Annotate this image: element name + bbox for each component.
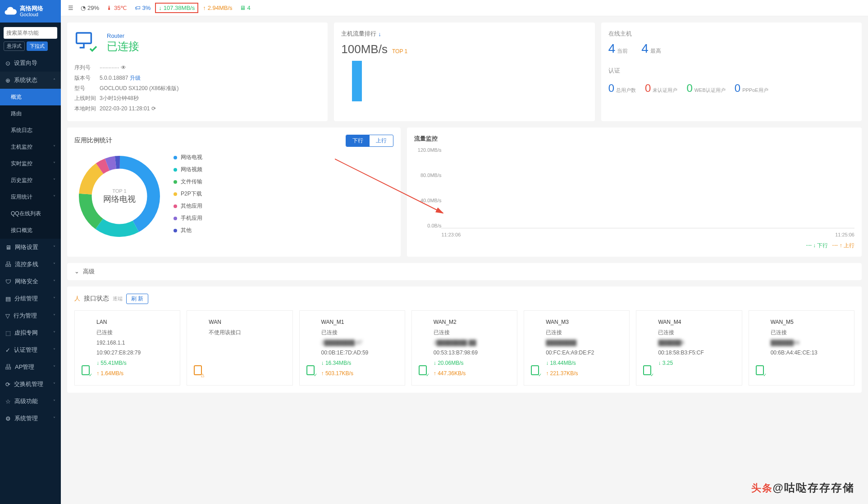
hosts-card: 在线主机 4当前 4最高 认证 0总用户数0未认证用户0WEB认证用户0PPPo… xyxy=(601,23,862,121)
iface-card-WAN_M1[interactable]: ✓ WAN_M1已连接2████████.8700:0B:1E:7D:AD:59… xyxy=(299,310,405,386)
legend-item: P2P下载 xyxy=(174,190,202,198)
menu-system[interactable]: ⚙ 系统管理˅ xyxy=(0,410,61,427)
svg-rect-0 xyxy=(77,33,91,43)
menu-behavior[interactable]: ▽ 行为管理˅ xyxy=(0,307,61,324)
iface-card-LAN[interactable]: ✓ LAN已连接192.168.1.110:90:27:E8:28:79↓ 55… xyxy=(74,310,180,386)
line-chart: 120.0MB/s80.0MB/s40.0MB/s0.0B/s 11:23:06… xyxy=(414,147,854,237)
iface-status-icon: ✓ xyxy=(530,365,541,379)
tab-down[interactable]: 下行 xyxy=(346,135,370,146)
svg-rect-17 xyxy=(531,366,539,375)
auth-item: 0WEB认证用户 xyxy=(686,82,725,95)
router-status-text: 已连接 xyxy=(107,39,139,54)
menu-qq[interactable]: QQ在线列表 xyxy=(0,205,61,222)
refresh-icon[interactable]: ⟳ xyxy=(151,105,156,112)
submenu-status: 概览 路由 系统日志 主机监控˅ 实时监控˅ 历史监控˅ 应用统计˅ QQ在线列… xyxy=(0,89,61,239)
temp-stat: 🌡 35℃ xyxy=(106,5,127,11)
search-input[interactable] xyxy=(4,27,57,39)
svg-rect-13 xyxy=(307,366,314,375)
donut-chart: TOP 1 网络电视 xyxy=(74,151,164,241)
mode-float[interactable]: 悬浮式 xyxy=(4,41,25,51)
iface-status-icon: ✓ xyxy=(306,365,317,379)
mode-dropdown[interactable]: 下拉式 xyxy=(27,41,48,51)
menu-switch[interactable]: ⟳ 交换机管理˅ xyxy=(0,376,61,393)
menu-iface[interactable]: 接口概览 xyxy=(0,222,61,239)
menu-route[interactable]: 路由 xyxy=(0,105,61,122)
chevron-down-icon: ˅ xyxy=(53,195,55,200)
iface-card-WAN_M5[interactable]: ✓ WAN_M5已连接██████8400:6B:A4:4E:CE:13 xyxy=(749,310,854,386)
iface-card-WAN_M4[interactable]: ✓ WAN_M4已连接██████800:18:58:B3:F5:CF↓ 3.2… xyxy=(636,310,742,386)
traffic-value: 100MB/s xyxy=(341,42,388,56)
auth-item: 0未认证用户 xyxy=(645,82,677,95)
eye-icon[interactable]: 👁 xyxy=(121,64,126,71)
auth-title: 认证 xyxy=(608,67,854,75)
legend-item: 手机应用 xyxy=(174,214,202,222)
svg-rect-11 xyxy=(194,366,201,375)
router-card: Router 已连接 序列号············· 👁 版本号5.0.0.1… xyxy=(67,23,328,121)
hamburger-icon[interactable]: ☰ xyxy=(68,5,73,11)
sidebar-menu: ⊙ 设置向导 ⊕ 系统状态˄ 概览 路由 系统日志 主机监控˅ 实时监控˅ 历史… xyxy=(0,54,61,504)
legend-item: 网络电视 xyxy=(174,154,202,161)
direction-tabs: 下行 上行 xyxy=(346,135,393,147)
iface-status-icon: ✓ xyxy=(81,365,92,379)
flow-card: 流量监控 120.0MB/s80.0MB/s40.0MB/s0.0B/s 11:… xyxy=(407,127,862,257)
svg-rect-15 xyxy=(419,366,426,375)
chevron-down-icon: ˅ xyxy=(53,145,55,150)
iface-status-icon: ✓ xyxy=(418,365,429,379)
menu-setup[interactable]: ⊙ 设置向导 xyxy=(0,54,61,72)
menu-status[interactable]: ⊕ 系统状态˄ xyxy=(0,72,61,89)
menu-history[interactable]: 历史监控˅ xyxy=(0,172,61,189)
mode-tabs: 悬浮式 下拉式 xyxy=(0,41,61,54)
menu-security[interactable]: 🛡 网络安全˅ xyxy=(0,273,61,290)
router-label: Router xyxy=(107,32,139,39)
mem-stat: 🏷 3% xyxy=(135,5,151,11)
traffic-bar xyxy=(352,61,362,101)
chevron-down-icon: ˅ xyxy=(53,161,55,166)
legend-item: 网络视频 xyxy=(174,166,202,173)
menu-network[interactable]: 🖥 网络设置˅ xyxy=(0,239,61,256)
menu-group[interactable]: ▤ 分组管理˅ xyxy=(0,290,61,307)
iface-card-WAN_M3[interactable]: ✓ WAN_M3已连接████████00:FC:EA:A9:DE:F2↓ 18… xyxy=(524,310,630,386)
chevron-down-icon: ⌄ xyxy=(74,268,79,275)
menu-advanced[interactable]: ☆ 高级功能˅ xyxy=(0,393,61,410)
svg-text:✓: ✓ xyxy=(538,372,541,377)
upload-stat: ↑ 2.94MB/s xyxy=(203,5,232,11)
network-icon: 人 xyxy=(74,295,80,303)
legend-item: 文件传输 xyxy=(174,178,202,186)
svg-text:✓: ✓ xyxy=(426,372,429,377)
menu-realtime[interactable]: 实时监控˅ xyxy=(0,155,61,172)
advanced-collapse[interactable]: ⌄ 高级 xyxy=(67,263,862,280)
menu-host[interactable]: 主机监控˅ xyxy=(0,139,61,155)
flow-title: 流量监控 xyxy=(414,135,854,143)
menu-overview[interactable]: 概览 xyxy=(0,89,61,105)
svg-text:✓: ✓ xyxy=(89,372,92,377)
topbar: ☰ ◔ 29% 🌡 35℃ 🏷 3% ↓ 107.38MB/s ↑ 2.94MB… xyxy=(61,0,868,16)
menu-ap[interactable]: 品 AP管理˅ xyxy=(0,359,61,376)
chevron-up-icon: ˄ xyxy=(53,78,55,83)
appstats-title: 应用比例统计 xyxy=(74,136,112,145)
iface-status-icon: △ xyxy=(193,365,204,379)
refresh-button[interactable]: 刷 新 xyxy=(126,294,148,304)
auth-item: 0PPPoE用户 xyxy=(735,82,768,95)
flow-legend: ┉ ↓ 下行 ┉ ↑ 上行 xyxy=(414,242,854,250)
menu-auth[interactable]: ✓ 认证管理˅ xyxy=(0,341,61,359)
menu-vpn[interactable]: ⬚ 虚拟专网˅ xyxy=(0,324,61,341)
iface-card-WAN_M2[interactable]: ✓ WAN_M2已连接2████████.██00:53:13:B7:98:69… xyxy=(411,310,517,386)
traffic-top: TOP 1 xyxy=(392,48,407,54)
svg-rect-19 xyxy=(644,366,651,375)
download-highlight: ↓ 107.38MB/s xyxy=(155,3,198,13)
tab-up[interactable]: 上行 xyxy=(370,135,393,146)
sort-down-icon[interactable]: ↓ xyxy=(378,31,381,37)
menu-flowctl[interactable]: 品 流控多线˅ xyxy=(0,256,61,273)
chevron-down-icon: ˅ xyxy=(53,178,55,183)
menu-log[interactable]: 系统日志 xyxy=(0,122,61,139)
traffic-title: 主机流量排行 ↓ xyxy=(341,30,587,38)
hosts-title: 在线主机 xyxy=(608,30,854,38)
iface-status-icon: ✓ xyxy=(755,365,766,379)
router-icon xyxy=(74,30,100,56)
iface-card-WAN[interactable]: △ WAN不使用该接口 xyxy=(187,310,292,386)
traffic-card: 主机流量排行 ↓ 100MB/sTOP 1 xyxy=(334,23,594,121)
menu-search[interactable]: 🔍 xyxy=(4,27,57,39)
appstats-card: 应用比例统计 下行 上行 TOP 1 网络电视 xyxy=(67,127,401,257)
upgrade-link[interactable]: 升级 xyxy=(130,75,141,81)
menu-app[interactable]: 应用统计˅ xyxy=(0,189,61,205)
